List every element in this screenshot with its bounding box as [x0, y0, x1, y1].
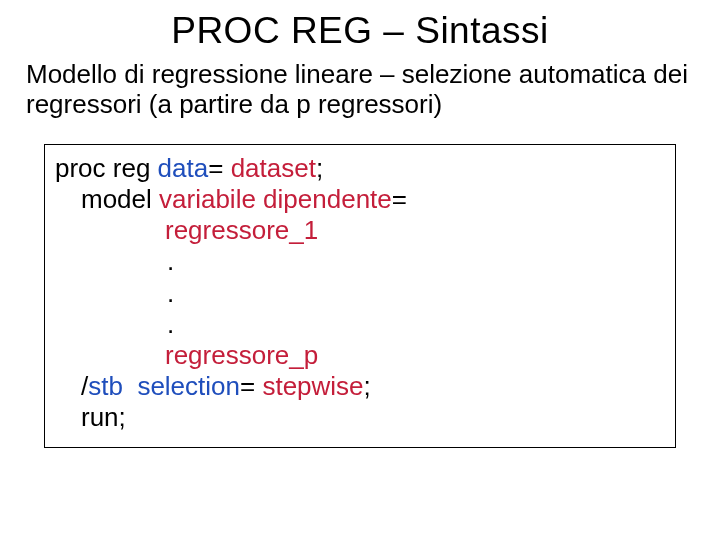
code-box: proc reg data= dataset; model variabile …	[44, 144, 676, 449]
code-line-1: proc reg data= dataset;	[55, 153, 665, 184]
code-line-5: regressore_p	[55, 340, 665, 371]
code-line-7: run;	[55, 402, 665, 433]
code-token: proc reg	[55, 153, 158, 183]
code-token: stepwise	[262, 371, 363, 401]
code-token: selection	[137, 371, 240, 401]
page-subtitle: Modello di regressione lineare – selezio…	[0, 60, 720, 134]
code-token: run	[81, 402, 119, 432]
code-token: =	[392, 184, 407, 214]
code-token: .	[167, 278, 174, 308]
code-token: regressore_1	[165, 215, 318, 245]
code-token: ;	[119, 402, 126, 432]
code-token: ;	[364, 371, 371, 401]
slide: PROC REG – Sintassi Modello di regressio…	[0, 0, 720, 540]
code-token: model	[81, 184, 159, 214]
code-line-dot: .	[55, 309, 665, 340]
code-line-dot: .	[55, 278, 665, 309]
code-line-3: regressore_1	[55, 215, 665, 246]
code-token: .	[167, 246, 174, 276]
code-token: .	[167, 309, 174, 339]
code-line-6: /stb selection= stepwise;	[55, 371, 665, 402]
code-token: ;	[316, 153, 323, 183]
code-token: regressore_p	[165, 340, 318, 370]
code-line-2: model variabile dipendente=	[55, 184, 665, 215]
page-title: PROC REG – Sintassi	[0, 0, 720, 60]
code-line-dot: .	[55, 246, 665, 277]
code-token: stb	[88, 371, 137, 401]
code-token: variabile dipendente	[159, 184, 392, 214]
code-token: =	[208, 153, 230, 183]
code-token: dataset	[231, 153, 316, 183]
code-token: data	[158, 153, 209, 183]
code-token: =	[240, 371, 262, 401]
